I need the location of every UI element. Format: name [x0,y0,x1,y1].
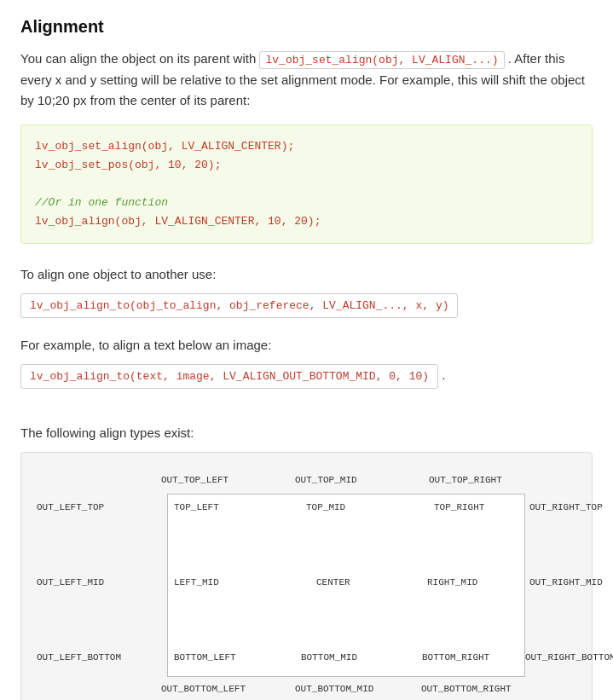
section3-text: The following align types exist: [20,423,593,443]
section1-code: lv_obj_align_to(obj_to_align, obj_refere… [20,293,458,318]
code-line-1: lv_obj_set_align(obj, LV_ALIGN_CENTER); [35,137,578,156]
page-title: Alignment [20,17,593,37]
code-comment: //Or in one function [35,194,578,212]
label-out-top-mid: OUT_TOP_MID [295,475,357,485]
label-top-mid: TOP_MID [306,502,345,512]
label-out-top-left: OUT_TOP_LEFT [161,475,228,485]
label-bottom-left: BOTTOM_LEFT [174,652,236,662]
label-out-right-mid: OUT_RIGHT_MID [529,577,603,587]
code-block-1: lv_obj_set_align(obj, LV_ALIGN_CENTER); … [20,124,593,244]
code-line-2: lv_obj_set_pos(obj, 10, 20); [35,156,578,175]
label-out-left-mid: OUT_LEFT_MID [37,577,104,587]
label-top-left: TOP_LEFT [174,502,219,512]
label-out-top-right: OUT_TOP_RIGHT [429,475,502,485]
label-out-bottom-mid: OUT_BOTTOM_MID [295,684,373,694]
intro-paragraph: You can align the object on its parent w… [20,49,593,111]
label-center: CENTER [316,577,350,587]
section2-period: . [442,367,445,382]
section2-text: For example, to align a text below an im… [20,335,593,356]
label-out-left-top: OUT_LEFT_TOP [37,502,104,512]
intro-before-code: You can align the object on its parent w… [20,51,256,66]
label-left-mid: LEFT_MID [174,577,219,587]
code-line-3: lv_obj_align(obj, LV_ALIGN_CENTER, 10, 2… [35,212,578,231]
label-out-bottom-left: OUT_BOTTOM_LEFT [161,684,246,694]
label-out-right-bottom: OUT_RIGHT_BOTTOM [525,652,613,662]
alignment-diagram-container: OUT_TOP_LEFT OUT_TOP_MID OUT_TOP_RIGHT O… [20,452,593,700]
label-top-right: TOP_RIGHT [434,502,484,512]
label-bottom-mid: BOTTOM_MID [301,652,357,662]
label-out-left-bottom: OUT_LEFT_BOTTOM [37,652,121,662]
label-out-bottom-right: OUT_BOTTOM_RIGHT [421,684,512,694]
section1-text: To align one object to another use: [20,264,593,285]
label-out-right-top: OUT_RIGHT_TOP [529,502,603,512]
section2-code-wrapper: lv_obj_align_to(text, image, LV_ALIGN_OU… [20,364,593,406]
intro-inline-code: lv_obj_set_align(obj, LV_ALIGN_...) [259,51,504,69]
section2-code: lv_obj_align_to(text, image, LV_ALIGN_OU… [20,364,438,389]
alignment-diagram: OUT_TOP_LEFT OUT_TOP_MID OUT_TOP_RIGHT O… [35,466,578,700]
label-bottom-right: BOTTOM_RIGHT [422,652,489,662]
label-right-mid: RIGHT_MID [427,577,477,587]
